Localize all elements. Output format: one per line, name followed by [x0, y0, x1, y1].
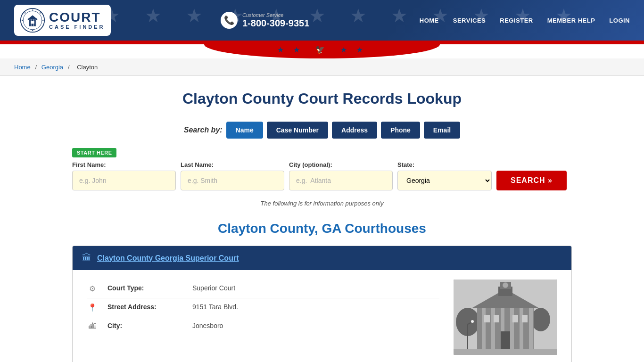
svg-rect-24: [491, 308, 495, 350]
city-row: 🏙 City: Jonesboro: [87, 317, 439, 335]
last-name-input[interactable]: [181, 171, 284, 190]
court-type-label: Court Type:: [107, 284, 183, 292]
court-type-row: ⚙ Court Type: Superior Court: [87, 280, 439, 298]
courthouse-card: 🏛 Clayton County Georgia Superior Court …: [72, 246, 572, 362]
nav-member-help[interactable]: MEMBER HELP: [547, 17, 595, 24]
svg-rect-29: [484, 315, 490, 322]
city-input[interactable]: [289, 171, 393, 190]
last-name-label: Last Name:: [181, 161, 284, 168]
logo-area: ★ ★ ★ ★ ★ ★: [14, 5, 111, 36]
nav-register[interactable]: REGISTER: [500, 17, 533, 24]
first-name-field: First Name:: [72, 161, 176, 190]
svg-rect-30: [494, 315, 499, 322]
breadcrumb-current: Clayton: [77, 64, 98, 71]
tab-case-number[interactable]: Case Number: [267, 122, 328, 139]
tab-email[interactable]: Email: [424, 122, 460, 139]
city-field: City (optional):: [289, 161, 393, 190]
first-name-input[interactable]: [72, 171, 176, 190]
courthouse-details: ⚙ Court Type: Superior Court 📍 Street Ad…: [87, 280, 439, 355]
courthouse-image: [454, 280, 557, 355]
breadcrumb-separator-1: /: [35, 64, 39, 71]
svg-point-20: [531, 308, 550, 331]
tab-phone[interactable]: Phone: [381, 122, 420, 139]
main-nav: HOME SERVICES REGISTER MEMBER HELP LOGIN: [420, 17, 630, 24]
logo-case-finder-text: CASE FINDER: [49, 24, 105, 30]
city-detail-label: City:: [107, 322, 183, 329]
svg-rect-40: [454, 349, 557, 355]
search-form: First Name: Last Name: City (optional): …: [72, 161, 572, 190]
courthouse-icon: 🏛: [82, 253, 91, 263]
svg-rect-27: [520, 308, 523, 350]
tab-name[interactable]: Name: [226, 122, 263, 139]
svg-rect-12: [28, 18, 29, 20]
svg-point-39: [471, 320, 474, 323]
svg-rect-28: [529, 308, 533, 350]
court-type-value: Superior Court: [192, 284, 235, 292]
eagle-decoration: ★ ★ 🦅 ★ ★: [277, 45, 367, 54]
wave-container: ★ ★ 🦅 ★ ★: [0, 44, 644, 58]
address-row: 📍 Street Address: 9151 Tara Blvd.: [87, 298, 439, 317]
search-by-label: Search by:: [184, 126, 223, 134]
city-label: City (optional):: [289, 161, 393, 168]
address-label: Street Address:: [107, 303, 183, 311]
logo-emblem-icon: ★ ★ ★ ★ ★ ★: [20, 8, 45, 33]
logo-court-text: COURT: [49, 11, 101, 24]
nav-login[interactable]: LOGIN: [609, 17, 630, 24]
logo-box: ★ ★ ★ ★ ★ ★: [14, 5, 111, 36]
state-label: State:: [397, 161, 492, 168]
logo-text: COURT CASE FINDER: [49, 11, 105, 30]
breadcrumb-state[interactable]: Georgia: [41, 64, 63, 71]
page-title: Clayton County Court Records Lookup: [72, 90, 572, 107]
svg-rect-33: [501, 331, 510, 350]
address-value: 9151 Tara Blvd.: [192, 303, 238, 311]
svg-text:★: ★: [42, 19, 44, 22]
svg-rect-23: [482, 308, 486, 350]
breadcrumb-home[interactable]: Home: [14, 64, 31, 71]
phone-details: Customer Service 1-800-309-9351: [242, 12, 309, 29]
address-icon: 📍: [87, 303, 98, 312]
courthouses-title: Clayton County, GA Courthouses: [72, 221, 572, 236]
search-button[interactable]: SEARCH »: [496, 171, 567, 190]
phone-icon: 📞: [221, 12, 238, 29]
breadcrumb-separator-2: /: [68, 64, 71, 71]
courthouse-body: ⚙ Court Type: Superior Court 📍 Street Ad…: [73, 270, 571, 362]
city-icon: 🏙: [87, 322, 98, 330]
phone-area: 📞 Customer Service 1-800-309-9351: [221, 12, 309, 29]
svg-rect-26: [510, 308, 514, 350]
courthouse-name-link[interactable]: Clayton County Georgia Superior Court: [97, 254, 239, 263]
courthouse-header: 🏛 Clayton County Georgia Superior Court: [73, 246, 571, 270]
nav-home[interactable]: HOME: [420, 17, 439, 24]
svg-rect-13: [36, 18, 37, 20]
start-here-badge: START HERE: [72, 148, 116, 157]
phone-number: 1-800-309-9351: [242, 18, 309, 29]
last-name-field: Last Name:: [181, 161, 284, 190]
info-note: The following is for information purpose…: [72, 200, 572, 207]
main-content: Clayton County Court Records Lookup Sear…: [63, 76, 581, 362]
svg-rect-31: [512, 315, 518, 322]
state-field: State: Georgia Alabama Florida Tennessee: [397, 161, 492, 190]
courthouse-building-svg: [454, 280, 557, 355]
breadcrumb: Home / Georgia / Clayton: [0, 58, 644, 76]
search-tabs-row: Search by: Name Case Number Address Phon…: [72, 122, 572, 139]
svg-point-36: [503, 282, 508, 288]
customer-service-label: Customer Service: [242, 12, 309, 18]
court-type-icon: ⚙: [87, 284, 98, 293]
svg-rect-32: [522, 315, 528, 322]
first-name-label: First Name:: [72, 161, 176, 168]
city-detail-value: Jonesboro: [192, 322, 223, 329]
site-header: ★ ★ ★ ★ ★ ★: [0, 0, 644, 58]
tab-address[interactable]: Address: [332, 122, 377, 139]
nav-services[interactable]: SERVICES: [453, 17, 486, 24]
state-select[interactable]: Georgia Alabama Florida Tennessee: [397, 171, 492, 190]
